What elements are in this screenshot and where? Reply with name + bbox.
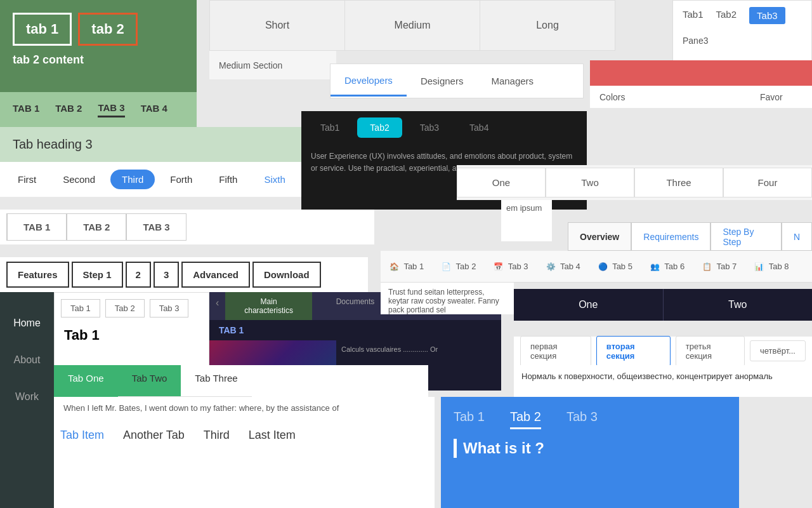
tab-advanced[interactable]: Advanced (181, 262, 250, 288)
tab-third-bottom[interactable]: Third (204, 429, 230, 445)
tab-one[interactable]: One (457, 168, 546, 197)
list-icon: 📋 (702, 262, 712, 271)
tab-vtoraya[interactable]: вторая секция (596, 336, 671, 366)
circle-icon: 🔵 (598, 262, 608, 271)
tab-long[interactable]: Long (480, 1, 615, 50)
tab-another[interactable]: Another Tab (123, 429, 185, 445)
panel-icon-tabs: 🏠 Tab 1 📄 Tab 2 📅 Tab 3 ⚙️ Tab 4 🔵 Tab 5… (381, 251, 812, 283)
panel11-text: Calculs vasculaires ............. Or (341, 345, 496, 353)
tab-one-dark[interactable]: One (514, 289, 663, 321)
panel-bordered-tabs: tab 1 tab 2 tab 2 content (0, 0, 197, 92)
tab-icon-7[interactable]: 📋 Tab 7 (693, 254, 745, 279)
trust-text: Trust fund seitan letterpress, keytar ra… (388, 288, 499, 314)
tab-2-underline[interactable]: TAB 2 (55, 103, 82, 116)
panel-sidebar-nav: Home About Work (0, 292, 54, 508)
tab-last-item[interactable]: Last Item (249, 429, 296, 445)
tab-icon-8[interactable]: 📊 Tab 8 (745, 254, 797, 279)
tab-forth[interactable]: Forth (159, 170, 204, 189)
tab-n[interactable]: N (782, 222, 812, 251)
tab-2-bordered[interactable]: tab 2 (78, 13, 137, 46)
panel-role-tabs: Developers Designers Managers (330, 64, 584, 98)
tab-three-green[interactable]: Tab Three (181, 365, 251, 397)
tab-two-green[interactable]: Tab Two (118, 365, 181, 397)
topright-tab3[interactable]: Tab3 (749, 7, 785, 24)
panel-overview-tabs: Overview Requirements Step By Step N (568, 222, 812, 251)
calendar-icon: 📅 (494, 262, 503, 271)
tab-1-dark[interactable]: Tab1 (308, 117, 352, 138)
tab-icon-5[interactable]: 🔵 Tab 5 (589, 254, 641, 279)
topright-pane: Pane3 (673, 30, 811, 51)
tab-item[interactable]: Tab Item (60, 429, 104, 445)
sidebar-item-home[interactable]: Home (0, 305, 54, 342)
tab-three[interactable]: Three (634, 168, 723, 197)
panel-topright-tabs: Tab1 Tab2 Tab3 Pane3 (672, 0, 812, 64)
tab-3-border2[interactable]: TAB 3 (126, 213, 186, 241)
panel-blue-bottom: Tab 1 Tab 2 Tab 3 What is it ? (441, 397, 739, 508)
tab-2-border2[interactable]: TAB 2 (67, 213, 126, 241)
tab-2-dark[interactable]: Tab2 (357, 117, 402, 138)
panel-lorem: em ipsum (501, 200, 552, 241)
tab-1-underline[interactable]: TAB 1 (13, 103, 39, 116)
topright-tab2[interactable]: Tab2 (716, 9, 737, 22)
tab-requirements[interactable]: Requirements (631, 222, 710, 251)
tab-step2[interactable]: 2 (126, 262, 151, 288)
tab-chetvert[interactable]: четвёрт... (750, 340, 806, 361)
tab-1-inner[interactable]: Tab 1 (61, 299, 100, 318)
tab-1-border2[interactable]: TAB 1 (6, 213, 67, 241)
heading-bar (454, 439, 457, 458)
colors-label[interactable]: Colors (599, 92, 625, 102)
russian-text: Нормаль к поверхности, общеизвестно, кон… (521, 371, 773, 381)
lorem-text: em ipsum (506, 203, 542, 213)
tab-3-inner[interactable]: Tab 3 (150, 299, 189, 318)
tab-one-green[interactable]: Tab One (54, 365, 118, 397)
tab-sixth[interactable]: Sixth (252, 170, 296, 189)
tab-3-dark[interactable]: Tab3 (407, 117, 452, 138)
tab-3-blue[interactable]: Tab 3 (566, 410, 598, 429)
tab-2-blue[interactable]: Tab 2 (510, 410, 541, 429)
panel10-text: When I left Mr. Bates, I went down to my… (54, 397, 435, 419)
tab-3-underline[interactable]: TAB 3 (98, 102, 124, 117)
tab-step3[interactable]: 3 (154, 262, 179, 288)
tab-stepbystep[interactable]: Step By Step (710, 222, 781, 251)
tab-pervaya[interactable]: первая секция (520, 336, 591, 366)
tab-tretya[interactable]: третья секция (676, 336, 745, 366)
tab-third[interactable]: Third (110, 170, 155, 189)
tab-medium[interactable]: Medium (345, 1, 480, 50)
panel-onetwo-tabs: One Two Three Four (457, 165, 812, 200)
favo-label[interactable]: Favor (760, 92, 783, 102)
tab-4-underline[interactable]: TAB 4 (141, 103, 167, 116)
tab-fifth[interactable]: Fifth (207, 170, 249, 189)
panel-trust-text: Trust fund seitan letterpress, keytar ra… (381, 283, 514, 314)
tab-download[interactable]: Download (252, 262, 321, 288)
tab-features[interactable]: Features (6, 262, 69, 288)
tab-second[interactable]: Second (51, 170, 107, 189)
tab-first[interactable]: First (6, 170, 48, 189)
tab-overview[interactable]: Overview (568, 222, 631, 251)
tab-two[interactable]: Two (546, 168, 634, 197)
prev-btn[interactable]: ‹ (209, 292, 225, 320)
tab-managers[interactable]: Managers (477, 67, 547, 95)
tab-short[interactable]: Short (210, 1, 345, 50)
tab-1-bordered[interactable]: tab 1 (13, 13, 72, 46)
topright-tab1[interactable]: Tab1 (683, 9, 704, 22)
tab-2-inner[interactable]: Tab 2 (105, 299, 145, 318)
tab-icon-4[interactable]: ⚙️ Tab 4 (537, 254, 589, 279)
tab-1-blue[interactable]: Tab 1 (454, 410, 485, 429)
sidebar-item-work[interactable]: Work (0, 378, 54, 415)
tab-designers[interactable]: Designers (407, 67, 478, 95)
tab-developers[interactable]: Developers (331, 66, 407, 97)
tab-two-dark[interactable]: Two (663, 289, 813, 321)
tab-heading-3: Tab heading 3 (13, 137, 93, 152)
sidebar-item-about[interactable]: About (0, 342, 54, 378)
tab-icon-6[interactable]: 👥 Tab 6 (641, 254, 693, 279)
tab-icon-1[interactable]: 🏠 Tab 1 (381, 254, 433, 279)
home-icon: 🏠 (390, 262, 399, 271)
tab-icon-2[interactable]: 📄 Tab 2 (433, 254, 485, 279)
tab-four[interactable]: Four (723, 168, 812, 197)
tab-step1[interactable]: Step 1 (72, 262, 123, 288)
tab-icon-3[interactable]: 📅 Tab 3 (485, 254, 537, 279)
panel-russian-content: Нормаль к поверхности, общеизвестно, кон… (514, 365, 812, 397)
panel-feature-tabs: Features Step 1 2 3 Advanced Download (0, 257, 368, 292)
tab-main-char[interactable]: Main characteristics (225, 292, 311, 320)
tab-4-dark[interactable]: Tab4 (457, 117, 501, 138)
